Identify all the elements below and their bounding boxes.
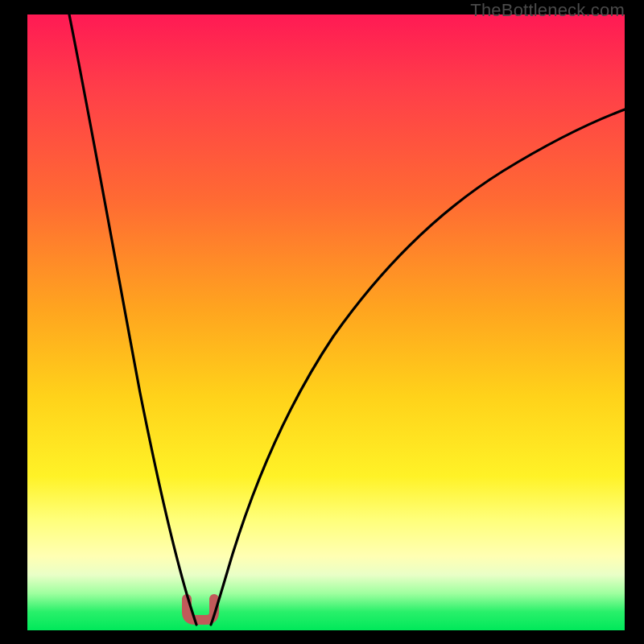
left-branch-curve — [69, 14, 196, 625]
chart-svg — [27, 14, 625, 630]
watermark-label: TheBottleneck.com — [470, 0, 625, 21]
outer-frame: TheBottleneck.com — [0, 0, 644, 644]
right-branch-curve — [211, 109, 625, 625]
